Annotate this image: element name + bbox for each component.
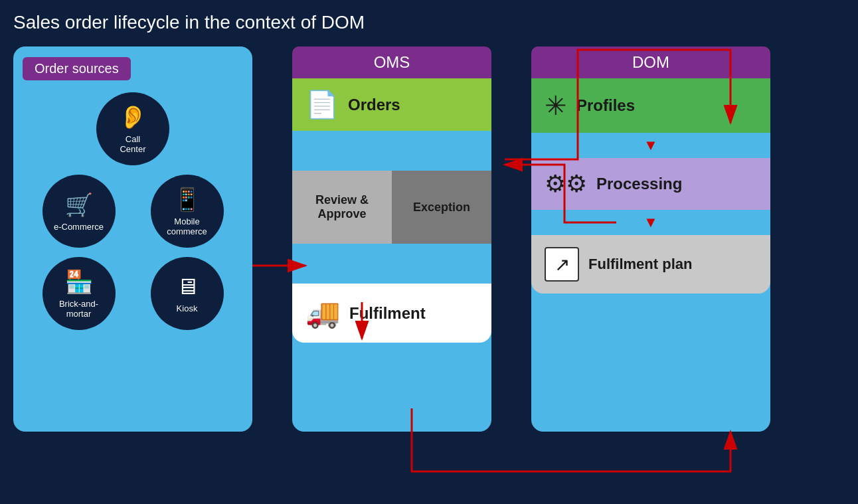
arrow-fulfilment-to-dom-fulfilment <box>412 408 730 471</box>
arrows-overlay <box>0 0 858 504</box>
arrow-orders-to-dom <box>505 50 730 159</box>
arrow-dom-to-oms-orders <box>505 165 616 222</box>
